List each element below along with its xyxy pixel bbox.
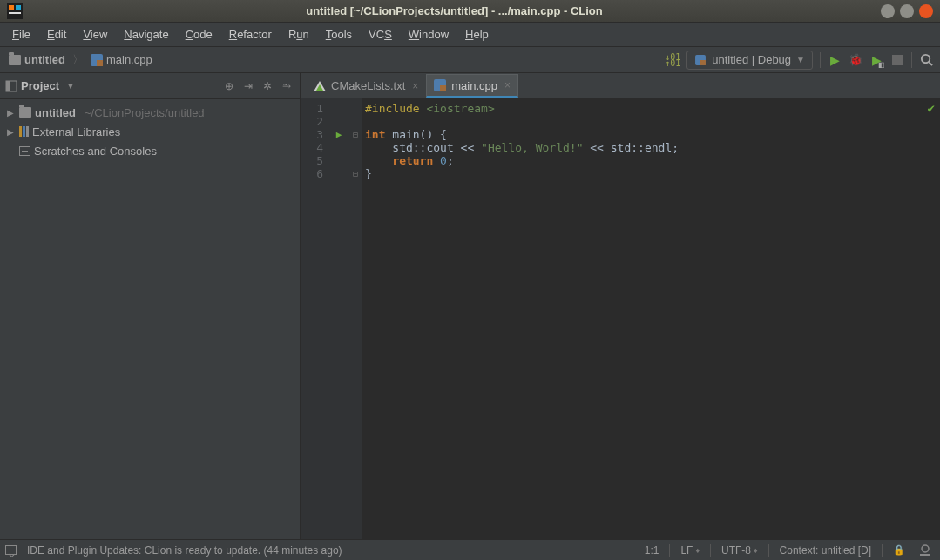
code-token: #include: [365, 102, 420, 115]
svg-rect-3: [9, 12, 21, 14]
scratches-icon: [19, 146, 30, 156]
code-text[interactable]: ✔#include <iostream> int main() { std::c…: [362, 98, 940, 539]
folder-icon: [19, 107, 31, 118]
line-number[interactable]: 4: [301, 141, 323, 154]
fold-end-icon[interactable]: ⊟: [349, 167, 362, 180]
project-panel-title: Project: [21, 79, 59, 92]
menu-view[interactable]: View: [76, 25, 114, 44]
project-panel-header: Project ▼ ⊕ ⇥ ✲ ⥲: [0, 73, 300, 99]
target-icon: [695, 55, 706, 65]
menu-vcs[interactable]: VCS: [362, 25, 399, 44]
tree-node-scratches[interactable]: ▶ Scratches and Consoles: [2, 141, 298, 160]
line-number[interactable]: 6: [301, 167, 323, 180]
menu-window[interactable]: Window: [402, 25, 456, 44]
status-memory-indicator[interactable]: 🔒: [889, 544, 909, 556]
collapse-all-icon[interactable]: ⇥: [240, 78, 256, 94]
close-tab-icon[interactable]: ×: [504, 79, 511, 91]
line-number[interactable]: 2: [301, 115, 323, 128]
breadcrumb-project[interactable]: untitled: [3, 51, 71, 70]
breadcrumb-project-label: untitled: [24, 53, 65, 66]
status-cursor-position[interactable]: 1:1: [641, 544, 663, 557]
expand-caret-icon[interactable]: ▶: [7, 127, 16, 137]
tree-node-external-libraries[interactable]: ▶ External Libraries: [2, 122, 298, 141]
cpp-file-icon: [434, 79, 446, 91]
chevron-down-icon: ▼: [66, 81, 75, 91]
code-token: [433, 154, 440, 167]
project-view-selector[interactable]: Project ▼: [5, 79, 75, 92]
tree-node-label: untitled: [35, 106, 76, 119]
tree-node-label: External Libraries: [32, 125, 120, 138]
window-maximize-button[interactable]: [900, 4, 914, 18]
folder-icon: [9, 55, 21, 65]
svg-rect-2: [16, 5, 21, 10]
settings-icon[interactable]: ✲: [260, 78, 275, 94]
icon-gutter: ▶: [328, 98, 349, 539]
tab-main-cpp[interactable]: main.cpp ×: [426, 74, 518, 98]
status-context[interactable]: Context: untitled [D]: [776, 544, 875, 557]
run-button[interactable]: ▶: [828, 53, 842, 67]
project-tree[interactable]: ▶ untitled ~/CLionProjects/untitled ▶ Ex…: [0, 99, 300, 164]
run-with-coverage-button[interactable]: ▶◧: [869, 53, 883, 67]
menu-tools[interactable]: Tools: [319, 25, 359, 44]
inspection-ok-icon[interactable]: ✔: [928, 102, 935, 115]
menu-file[interactable]: File: [5, 25, 37, 44]
code-token: return: [392, 154, 433, 167]
line-number[interactable]: 3: [301, 128, 323, 141]
code-token: [365, 154, 392, 167]
window-title: untitled [~/CLionProjects/untitled] - ..…: [28, 4, 881, 17]
tab-label: CMakeLists.txt: [331, 79, 405, 92]
status-encoding[interactable]: UTF-8♦: [718, 544, 761, 557]
line-number[interactable]: 5: [301, 154, 323, 167]
status-line-separator[interactable]: LF♦: [677, 544, 703, 557]
code-token: ;: [447, 154, 454, 167]
menu-code[interactable]: Code: [179, 25, 220, 44]
breadcrumb-separator: 〉: [72, 52, 84, 68]
svg-point-9: [922, 545, 929, 552]
code-token: int: [365, 128, 385, 141]
run-line-marker-icon[interactable]: ▶: [328, 128, 349, 141]
tree-node-project-root[interactable]: ▶ untitled ~/CLionProjects/untitled: [2, 103, 298, 122]
menu-bar: File Edit View Navigate Code Refactor Ru…: [0, 23, 940, 47]
editor-tabs: CMakeLists.txt × main.cpp ×: [301, 73, 940, 98]
fold-start-icon[interactable]: ⊟: [349, 128, 362, 141]
menu-refactor[interactable]: Refactor: [222, 25, 279, 44]
editor-area: CMakeLists.txt × main.cpp × 1 2 3 4 5 6 …: [301, 73, 940, 539]
cmake-file-icon: [314, 81, 326, 91]
locate-file-icon[interactable]: ⊕: [221, 78, 237, 94]
svg-point-4: [921, 55, 929, 63]
line-number-gutter[interactable]: 1 2 3 4 5 6: [301, 98, 328, 539]
project-tool-window: Project ▼ ⊕ ⇥ ✲ ⥲ ▶ untitled ~/CLionProj…: [0, 73, 301, 539]
update-config-icon[interactable]: ↓01↑01: [666, 53, 680, 67]
chevron-down-icon: ▼: [796, 55, 805, 64]
search-everywhere-button[interactable]: [919, 53, 933, 67]
status-bar: IDE and Plugin Updates: CLion is ready t…: [0, 539, 940, 560]
code-editor[interactable]: 1 2 3 4 5 6 ▶ ⊟ ⊟ ✔#include <iostream> i…: [301, 98, 940, 539]
app-icon: [7, 3, 23, 19]
hide-panel-icon[interactable]: ⥲: [279, 78, 294, 94]
window-close-button[interactable]: [919, 4, 933, 18]
navigation-toolbar: untitled 〉 main.cpp ↓01↑01 untitled | De…: [0, 47, 940, 73]
line-number[interactable]: 1: [301, 102, 323, 115]
tab-label: main.cpp: [451, 79, 497, 92]
svg-rect-1: [9, 5, 14, 10]
window-minimize-button[interactable]: [881, 4, 895, 18]
close-tab-icon[interactable]: ×: [412, 80, 418, 92]
menu-edit[interactable]: Edit: [40, 25, 73, 44]
menu-run[interactable]: Run: [281, 25, 316, 44]
status-inspection-profile[interactable]: [916, 544, 935, 557]
library-icon: [19, 126, 29, 137]
menu-navigate[interactable]: Navigate: [117, 25, 175, 44]
breadcrumb-file[interactable]: main.cpp: [85, 51, 158, 70]
stop-button[interactable]: [890, 53, 904, 67]
code-token: main() {: [385, 128, 446, 141]
code-token: <iostream>: [420, 102, 495, 115]
expand-caret-icon[interactable]: ▶: [7, 108, 16, 118]
run-config-selector[interactable]: untitled | Debug ▼: [686, 51, 813, 70]
notifications-icon[interactable]: [5, 545, 17, 555]
tree-node-label: Scratches and Consoles: [34, 145, 157, 158]
status-message[interactable]: IDE and Plugin Updates: CLion is ready t…: [24, 544, 346, 557]
cpp-file-icon: [91, 54, 103, 66]
debug-button[interactable]: 🐞: [849, 53, 862, 67]
tab-cmakelists[interactable]: CMakeLists.txt ×: [306, 74, 426, 98]
menu-help[interactable]: Help: [458, 25, 496, 44]
